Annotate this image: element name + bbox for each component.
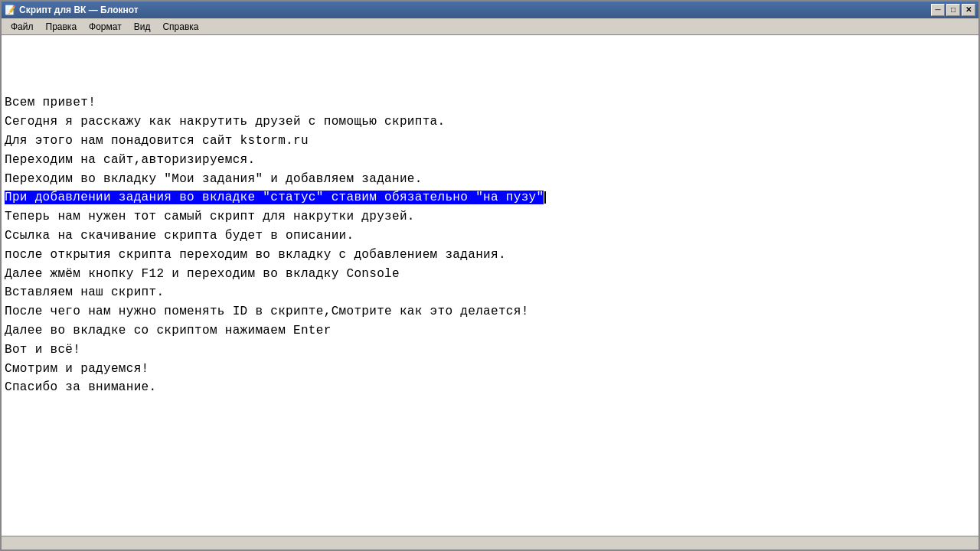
text-line-10: Вставляем наш скрипт. (5, 283, 975, 302)
title-bar-text: 📝 Скрипт для ВК — Блокнот (5, 5, 139, 15)
highlighted-text: При добавлении задания во вкладке "стату… (5, 191, 544, 204)
text-line-9: Далее жмём кнопку F12 и переходим во вкл… (5, 265, 975, 284)
window-title: Скрипт для ВК — Блокнот (19, 5, 139, 15)
menu-view[interactable]: Вид (128, 20, 157, 34)
menu-bar: Файл Правка Формат Вид Справка (2, 18, 978, 35)
text-line-11: После чего нам нужно поменять ID в скрип… (5, 302, 975, 321)
text-line-13: Вот и всё! (5, 341, 975, 360)
status-bar (2, 536, 978, 549)
text-line-5: При добавлении задания во вкладке "стату… (5, 188, 975, 207)
text-cursor (544, 191, 546, 204)
text-line-15: Спасибо за внимание. (5, 378, 975, 397)
text-line-2: Для этого нам понадовится сайт kstorm.ru (5, 132, 975, 151)
menu-help[interactable]: Справка (156, 20, 204, 34)
menu-format[interactable]: Формат (83, 20, 128, 34)
text-line-6: Теперь нам нужен тот самый скрипт для на… (5, 207, 975, 227)
text-line-8: после открытия скрипта переходим во вкла… (5, 246, 975, 265)
text-line-4: Переходим во вкладку "Мои задания" и доб… (5, 170, 975, 189)
close-button[interactable]: ✕ (962, 4, 975, 16)
text-line-7: Ссылка на скачивание скрипта будет в опи… (5, 227, 975, 246)
menu-file[interactable]: Файл (5, 20, 40, 34)
maximize-button[interactable]: □ (946, 4, 960, 16)
text-line-1: Сегодня я расскажу как накрутить друзей … (5, 112, 975, 132)
text-content: Всем привет!Сегодня я расскажу как накру… (5, 37, 975, 397)
title-bar: 📝 Скрипт для ВК — Блокнот ─ □ ✕ (2, 2, 978, 18)
notepad-icon: 📝 (5, 5, 16, 15)
text-line-0: Всем привет! (5, 93, 975, 112)
editor-area[interactable]: Всем привет!Сегодня я расскажу как накру… (2, 35, 978, 536)
text-line-14: Смотрим и радуемся! (5, 360, 975, 379)
minimize-button[interactable]: ─ (931, 4, 945, 16)
text-line-12: Далее во вкладке со скриптом нажимаем En… (5, 321, 975, 341)
notepad-window: 📝 Скрипт для ВК — Блокнот ─ □ ✕ Файл Пра… (0, 0, 980, 551)
title-bar-controls: ─ □ ✕ (931, 4, 975, 16)
menu-edit[interactable]: Правка (40, 20, 83, 34)
text-line-3: Переходим на сайт,авторизируемся. (5, 151, 975, 170)
